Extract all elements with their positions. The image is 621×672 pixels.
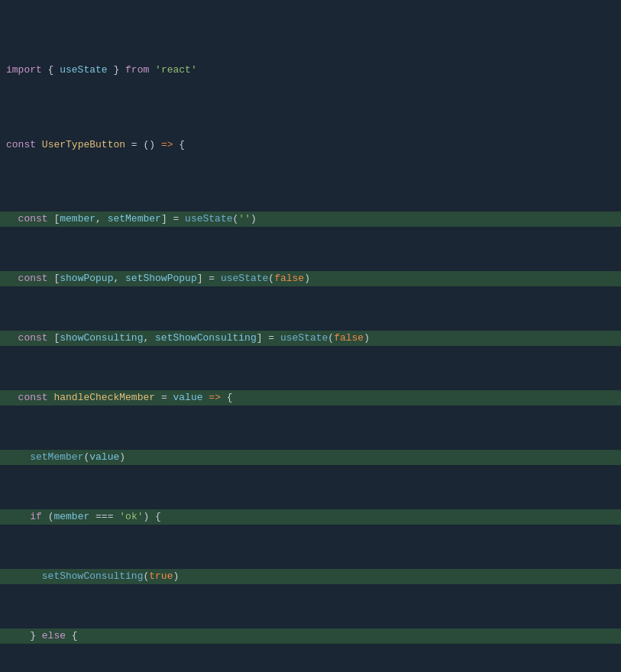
code-line-2: const UserTypeButton = () => { [0,137,621,153]
code-line-1: import { useState } from 'react' [0,63,621,78]
code-line-3: const [member, setMember] = useState('') [0,212,621,227]
code-line-7: setMember(value) [0,450,621,465]
code-editor: import { useState } from 'react' const U… [0,0,621,672]
code-line-4: const [showPopup, setShowPopup] = useSta… [0,271,621,286]
code-line-6: const handleCheckMember = value => { [0,390,621,405]
code-line-8: if (member === 'ok') { [0,509,621,525]
code-line-9: setShowConsulting(true) [0,569,621,584]
code-line-5: const [showConsulting, setShowConsulting… [0,331,621,346]
code-line-10: } else { [0,628,621,644]
